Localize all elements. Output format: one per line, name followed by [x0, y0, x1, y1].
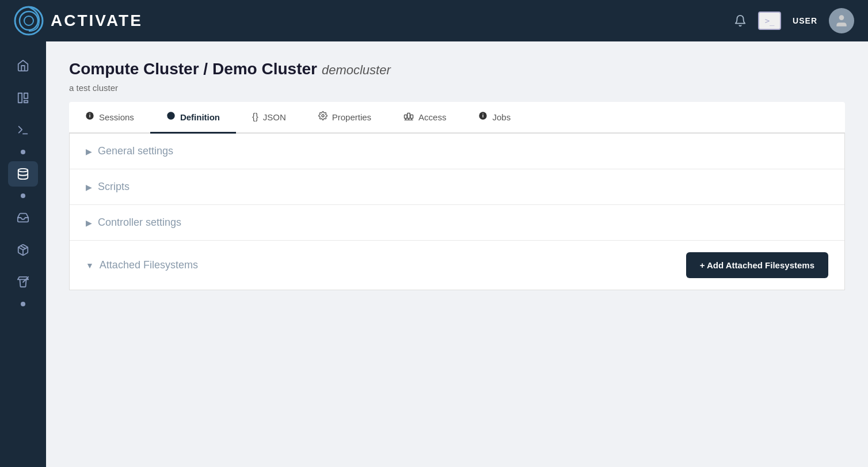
controller-settings-label: Controller settings [98, 217, 181, 229]
main-layout: Compute Cluster / Demo Cluster democlust… [0, 41, 868, 467]
page-title-text: Compute Cluster / Demo Cluster [69, 60, 317, 78]
scripts-label: Scripts [98, 181, 130, 193]
top-nav-right: >_ USER [734, 8, 854, 33]
tabs-container: i Sessions Definition {} JSON Properties [69, 102, 845, 134]
tab-definition[interactable]: Definition [150, 102, 236, 134]
tab-access[interactable]: Access [387, 102, 462, 134]
tab-jobs-label: Jobs [492, 112, 511, 122]
chevron-right-icon: ▶ [86, 147, 92, 156]
page-title: Compute Cluster / Demo Cluster democlust… [69, 60, 845, 78]
sidebar-item-packages[interactable] [8, 237, 38, 263]
svg-rect-6 [24, 101, 28, 103]
jobs-icon: i [478, 111, 488, 123]
svg-rect-5 [24, 93, 28, 98]
chevron-right-icon-3: ▶ [86, 218, 92, 227]
app-name: ACTIVATE [51, 12, 143, 30]
section-attached-filesystems[interactable]: ▼ Attached Filesystems + Add Attached Fi… [70, 241, 844, 290]
svg-point-2 [24, 16, 33, 25]
tab-definition-label: Definition [180, 112, 220, 122]
user-avatar[interactable] [829, 8, 854, 33]
chevron-down-icon: ▼ [86, 261, 94, 270]
tab-access-label: Access [418, 112, 446, 122]
page-subtitle: democluster [322, 63, 391, 78]
definition-icon [166, 111, 176, 123]
logo-area: ACTIVATE [14, 6, 143, 36]
terminal-button[interactable]: >_ [758, 12, 781, 30]
svg-point-13 [322, 115, 324, 117]
sidebar-item-terminal[interactable] [8, 117, 38, 143]
svg-text:i: i [89, 113, 91, 119]
tab-sessions-label: Sessions [99, 112, 134, 122]
section-controller-settings[interactable]: ▶ Controller settings [70, 205, 844, 241]
sidebar-item-home[interactable] [8, 53, 38, 78]
add-attached-filesystems-button[interactable]: + Add Attached Filesystems [686, 252, 828, 278]
tab-json-label: JSON [263, 112, 286, 122]
general-settings-label: General settings [98, 145, 173, 157]
sidebar-dot-2 [21, 193, 25, 198]
attached-filesystems-label: Attached Filesystems [100, 259, 198, 271]
sidebar [0, 41, 46, 467]
notification-bell-button[interactable] [734, 14, 747, 27]
content-panel: ▶ General settings ▶ Scripts ▶ Controlle… [69, 134, 845, 290]
svg-rect-15 [408, 113, 410, 119]
sidebar-item-storage[interactable] [8, 161, 38, 187]
sidebar-dot-1 [21, 150, 25, 154]
user-label: USER [793, 16, 817, 25]
main-content: Compute Cluster / Demo Cluster democlust… [46, 41, 868, 467]
access-icon [403, 111, 414, 123]
sidebar-item-layout[interactable] [8, 85, 38, 111]
page-description: a test cluster [69, 83, 845, 93]
svg-point-3 [839, 15, 844, 20]
section-scripts[interactable]: ▶ Scripts [70, 169, 844, 205]
chevron-right-icon-2: ▶ [86, 183, 92, 192]
tab-properties[interactable]: Properties [302, 102, 387, 134]
avatar-icon [834, 13, 849, 28]
svg-rect-14 [405, 115, 408, 119]
tab-sessions[interactable]: i Sessions [69, 102, 150, 134]
svg-line-9 [21, 246, 25, 249]
page-header: Compute Cluster / Demo Cluster democlust… [69, 60, 845, 93]
logo-icon [14, 6, 44, 36]
tab-jobs[interactable]: i Jobs [462, 102, 527, 134]
tab-json[interactable]: {} JSON [236, 102, 302, 134]
top-nav: ACTIVATE >_ USER [0, 0, 868, 41]
sidebar-item-bucket[interactable] [8, 269, 38, 295]
svg-point-8 [18, 169, 28, 172]
svg-point-1 [20, 12, 38, 30]
sessions-icon: i [85, 111, 94, 123]
properties-icon [318, 111, 328, 123]
tab-properties-label: Properties [332, 112, 371, 122]
section-general-settings[interactable]: ▶ General settings [70, 134, 844, 169]
svg-rect-4 [18, 93, 22, 103]
sidebar-item-inbox[interactable] [8, 205, 38, 230]
json-icon: {} [252, 112, 258, 122]
sidebar-dot-3 [21, 302, 25, 306]
svg-rect-16 [410, 115, 413, 119]
svg-text:i: i [482, 113, 484, 119]
